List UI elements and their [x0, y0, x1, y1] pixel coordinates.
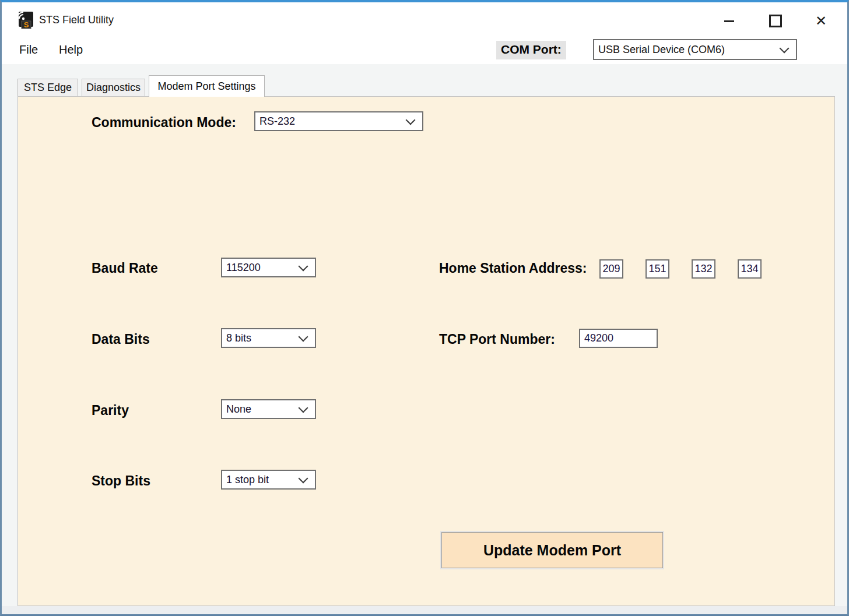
- com-port-value: USB Serial Device (COM6): [594, 44, 781, 56]
- close-button[interactable]: ✕: [808, 12, 834, 30]
- chevron-down-icon: [780, 43, 790, 53]
- baud-rate-dropdown[interactable]: 115200: [221, 258, 316, 277]
- stop-bits-label: Stop Bits: [92, 473, 150, 489]
- home-station-address-octet-1[interactable]: [599, 259, 623, 279]
- stop-bits-dropdown[interactable]: 1 stop bit: [221, 470, 316, 490]
- menu-help[interactable]: Help: [59, 43, 83, 57]
- maximize-button[interactable]: [762, 12, 789, 30]
- home-station-address-octet-4[interactable]: [738, 259, 762, 279]
- maximize-icon: [769, 15, 782, 27]
- parity-label: Parity: [92, 403, 129, 418]
- tcp-port-number-field[interactable]: [579, 329, 658, 348]
- data-bits-label: Data Bits: [92, 332, 150, 347]
- data-bits-value: 8 bits: [222, 332, 300, 344]
- chevron-down-icon: [299, 403, 308, 413]
- menu-file[interactable]: File: [19, 43, 38, 57]
- close-icon: ✕: [815, 13, 827, 29]
- svg-text:S: S: [24, 20, 29, 29]
- home-station-address-octet-2[interactable]: [645, 259, 669, 279]
- minimize-button[interactable]: [715, 12, 742, 30]
- window-title: STS Field Utility: [39, 14, 114, 26]
- tab-modem-port-settings[interactable]: Modem Port Settings: [149, 75, 265, 97]
- home-station-address-octet-3[interactable]: [692, 259, 715, 279]
- communication-mode-dropdown[interactable]: RS-232: [254, 111, 423, 131]
- communication-mode-value: RS-232: [255, 115, 407, 128]
- update-modem-port-button[interactable]: Update Modem Port: [441, 532, 663, 568]
- chevron-down-icon: [299, 261, 308, 271]
- modem-port-settings-panel: Communication Mode: RS-232 Baud Rate 115…: [17, 96, 835, 606]
- parity-value: None: [222, 403, 300, 416]
- title-bar: S STS Field Utility ✕: [2, 2, 847, 37]
- baud-rate-label: Baud Rate: [92, 261, 158, 276]
- minimize-icon: [724, 20, 734, 22]
- tcp-port-number-label: TCP Port Number:: [439, 332, 555, 347]
- chevron-down-icon: [299, 473, 308, 483]
- window-bottom-strip: [2, 606, 847, 614]
- app-window: S STS Field Utility ✕ File Help COM Port…: [0, 0, 849, 616]
- communication-mode-label: Communication Mode:: [92, 115, 236, 131]
- parity-dropdown[interactable]: None: [221, 399, 316, 419]
- data-bits-dropdown[interactable]: 8 bits: [221, 328, 316, 348]
- sts-app-icon: S: [16, 10, 33, 29]
- tab-diagnostics[interactable]: Diagnostics: [82, 79, 145, 96]
- stop-bits-value: 1 stop bit: [222, 474, 300, 486]
- com-port-dropdown[interactable]: USB Serial Device (COM6): [593, 39, 797, 60]
- com-port-label: COM Port:: [496, 41, 566, 59]
- chevron-down-icon: [406, 115, 416, 125]
- home-station-address-label: Home Station Address:: [439, 261, 587, 276]
- tab-sts-edge[interactable]: STS Edge: [17, 79, 78, 96]
- chevron-down-icon: [299, 332, 308, 342]
- baud-rate-value: 115200: [222, 262, 300, 274]
